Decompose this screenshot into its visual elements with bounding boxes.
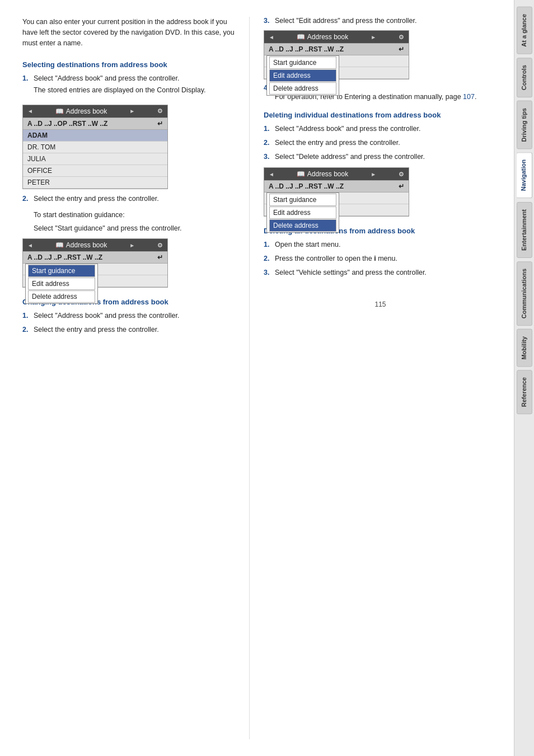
widget2-content: JULIA PETER Start guidance Edit address …	[23, 264, 167, 287]
address-book-widget-3: ◄ 📖 Address book ► ⚙ A ..D ..J ..P ..RST…	[264, 30, 409, 79]
widget1-entry-julia: JULIA	[23, 153, 167, 165]
widget2-settings-icon: ⚙	[157, 242, 163, 249]
step-num-1: 1.	[22, 73, 30, 99]
widget4-dropdown: Start guidance Edit address Delete addre…	[266, 192, 339, 233]
widget1-entries: ADAM DR. TOM JULIA OFFICE PETER	[23, 130, 167, 189]
widget1-alphbar-text: A ..D ..J ..OP ..RST ..W ..Z	[27, 120, 107, 128]
widget3-menu-delete: Delete address	[269, 82, 336, 95]
widget3-menu-start: Start guidance	[269, 57, 336, 69]
widget1-book-icon: 📖	[55, 107, 64, 115]
widget4-menu-start: Start guidance	[269, 194, 336, 206]
sidebar: At a glance Controls Driving tips Naviga…	[514, 0, 534, 756]
widget3-alphbar-text: A ..D ..J ..P ..RST ..W ..Z	[269, 45, 344, 53]
changing-step-text-2: Select the entry and press the controlle…	[34, 325, 235, 335]
page-number: 115	[264, 300, 497, 308]
widget3-content: JULIA PETER Start guidance Edit address …	[264, 55, 409, 79]
del-all-step-text-1: Open the start menu.	[275, 240, 497, 250]
widget2-menu-edit: Edit address	[28, 278, 95, 290]
del-ind-step-text-3: Select "Delete address" and press the co…	[275, 152, 497, 162]
widget4-header: ◄ 📖 Address book ► ⚙	[264, 168, 409, 180]
del-ind-step-num-2: 2.	[264, 138, 271, 148]
to-start-guidance-label: To start destination guidance:	[34, 210, 235, 220]
column-divider	[249, 17, 250, 739]
step-text-2: Select the entry and press the controlle…	[34, 194, 235, 204]
widget1-entry-office: OFFICE	[23, 165, 167, 177]
widget2-alphbar-text: A ..D ..J ..P ..RST ..W ..Z	[27, 253, 102, 261]
widget4-menu-delete: Delete address	[269, 219, 336, 232]
widget3-header: ◄ 📖 Address book ► ⚙	[264, 31, 409, 43]
widget2-arrow-left: ◄	[27, 242, 33, 248]
widget1-entry-peter: PETER	[23, 177, 167, 189]
widget4-title: Address book	[307, 170, 348, 178]
widget2-title: Address book	[66, 241, 107, 249]
widget3-arrow-left: ◄	[269, 34, 274, 40]
address-book-widget-4: ◄ 📖 Address book ► ⚙ A ..D ..J ..P ..RST…	[264, 167, 409, 217]
widget1-arrow-left: ◄	[27, 108, 33, 114]
del-ind-step-text-1: Select "Address book" and press the cont…	[275, 124, 497, 134]
step-subtext-1: The stored entries are displayed on the …	[34, 85, 235, 96]
del-all-step-num-3: 3.	[264, 267, 271, 278]
widget1-arrow-right: ►	[129, 108, 135, 114]
widget4-settings-icon: ⚙	[399, 171, 404, 178]
widget2-back-arrow: ↵	[157, 253, 163, 261]
changing-step-text-1: Select "Address book" and press the cont…	[34, 311, 235, 321]
widget1-title: Address book	[66, 107, 107, 115]
widget1-alphbar: A ..D ..J ..OP ..RST ..W ..Z ↵	[23, 118, 167, 130]
widget4-arrow-right: ►	[371, 171, 376, 177]
changing-steps: 1. Select "Address book" and press the c…	[22, 311, 235, 335]
widget3-book-icon: 📖	[297, 33, 305, 41]
sidebar-tab-controls[interactable]: Controls	[517, 58, 532, 97]
widget2-dropdown: Start guidance Edit address Delete addre…	[25, 264, 98, 304]
widget1-entry-drtom: DR. TOM	[23, 142, 167, 153]
changing-step-num-2: 2.	[22, 325, 30, 335]
del-all-step-num-1: 1.	[264, 240, 271, 250]
widget2-menu-delete: Delete address	[28, 290, 95, 303]
page-ref-link[interactable]: 107	[463, 93, 475, 101]
sidebar-tab-reference[interactable]: Reference	[517, 370, 532, 414]
step-num-2: 2.	[22, 194, 30, 204]
widget3-settings-icon: ⚙	[399, 34, 404, 41]
widget3-back-arrow: ↵	[399, 45, 404, 53]
widget1-header: ◄ 📖 Address book ► ⚙	[23, 105, 167, 118]
del-ind-step-num-1: 1.	[264, 124, 271, 134]
changing-step-num-1: 1.	[22, 311, 30, 321]
sidebar-tab-mobility[interactable]: Mobility	[517, 329, 532, 367]
right-step3-text: Select "Edit address" and press the cont…	[275, 17, 416, 25]
sidebar-tab-navigation[interactable]: Navigation	[517, 152, 532, 198]
intro-paragraph: You can also enter your current position…	[22, 17, 235, 48]
right-step3-container: 3. Select "Edit address" and press the c…	[264, 17, 497, 25]
to-start-guidance-detail: Select "Start guidance" and press the co…	[34, 223, 235, 234]
deleting-all-steps: 1. Open the start menu. 2. Press the con…	[264, 240, 497, 278]
section-heading-selecting: Selecting destinations from address book	[22, 60, 235, 69]
del-all-step-num-2: 2.	[264, 253, 271, 264]
widget2-header: ◄ 📖 Address book ► ⚙	[23, 239, 167, 251]
selecting-steps: 1. Select "Address book" and press the c…	[22, 73, 235, 99]
widget3-alphbar: A ..D ..J ..P ..RST ..W ..Z ↵	[264, 43, 409, 55]
right-step3-num: 3.	[264, 17, 271, 25]
widget1-entry-adam: ADAM	[23, 130, 167, 142]
sidebar-tab-at-a-glance[interactable]: At a glance	[517, 7, 532, 54]
selecting-step2: 2. Select the entry and press the contro…	[22, 194, 235, 204]
widget2-menu-start: Start guidance	[28, 265, 95, 277]
widget4-content: JULIA PETER Start guidance Edit address …	[264, 192, 409, 216]
section-heading-deleting-individual: Deleting individual destinations from ad…	[264, 111, 497, 119]
right-step3: 3. Select "Edit address" and press the c…	[264, 17, 497, 25]
del-all-step-text-2: Press the controller to open the i menu.	[275, 253, 497, 264]
del-ind-step-text-2: Select the entry and press the controlle…	[275, 138, 497, 148]
widget4-menu-edit: Edit address	[269, 206, 336, 219]
sidebar-tab-communications[interactable]: Communications	[517, 261, 532, 326]
widget3-dropdown: Start guidance Edit address Delete addre…	[266, 55, 339, 96]
widget1-back-arrow: ↵	[157, 120, 163, 128]
widget4-arrow-left: ◄	[269, 171, 274, 177]
widget3-arrow-right: ►	[371, 34, 376, 40]
sidebar-tab-driving-tips[interactable]: Driving tips	[517, 101, 532, 149]
widget4-book-icon: 📖	[297, 170, 305, 178]
sidebar-tab-entertainment[interactable]: Entertainment	[517, 202, 532, 258]
widget2-book-icon: 📖	[55, 241, 64, 249]
widget3-title: Address book	[307, 33, 348, 41]
widget4-alphbar-text: A ..D ..J ..P ..RST ..W ..Z	[269, 182, 344, 190]
widget3-menu-edit: Edit address	[269, 69, 336, 82]
step-text-1: Select "Address book" and press the cont…	[34, 73, 235, 99]
deleting-individual-steps: 1. Select "Address book" and press the c…	[264, 124, 497, 162]
widget1-settings-icon: ⚙	[157, 107, 163, 115]
